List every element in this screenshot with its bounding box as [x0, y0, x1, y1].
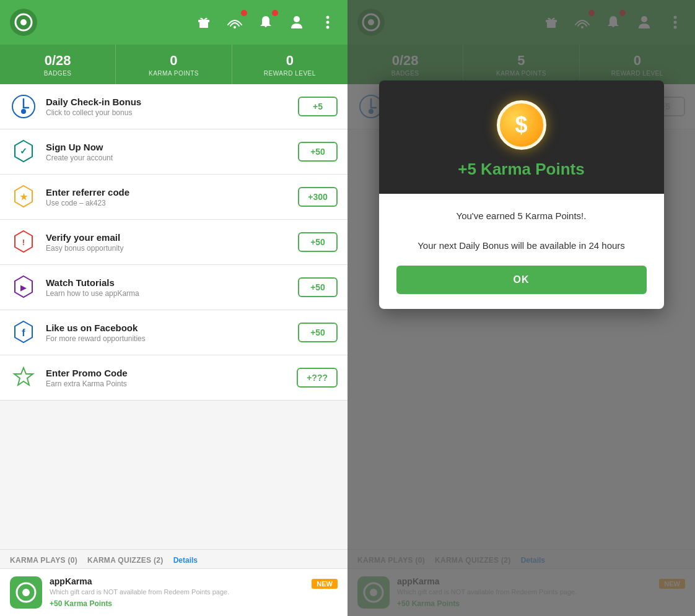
sign-up-text: Sign Up Now Create your account — [46, 142, 289, 162]
svg-point-6 — [294, 16, 300, 22]
left-quiz-sub: Which gift card is NOT available from Re… — [50, 588, 304, 597]
left-badges-label: BADGES — [44, 70, 72, 77]
modal-ok-button[interactable]: OK — [396, 266, 647, 294]
facebook-title: Like us on Facebook — [46, 323, 289, 333]
sign-up-sub: Create your account — [46, 154, 289, 162]
task-facebook: f Like us on Facebook For more reward op… — [0, 310, 348, 355]
left-karma-label: KARMA POINTS — [149, 70, 199, 77]
daily-checkin-sub: Click to collect your bonus — [46, 108, 289, 117]
task-referrer-code: ★ Enter referrer code Use code – ak423 +… — [0, 175, 348, 220]
facebook-text: Like us on Facebook For more reward oppo… — [46, 323, 289, 343]
promo-code-text: Enter Promo Code Earn extra Karma Points — [46, 368, 288, 388]
facebook-btn[interactable]: +50 — [298, 323, 338, 342]
left-karma-plays: KARMA PLAYS (0) — [10, 556, 77, 565]
left-stat-reward: 0 REWARD LEVEL — [232, 45, 348, 84]
left-panel: 0/28 BADGES 0 KARMA POINTS 0 REWARD LEVE… — [0, 0, 348, 616]
watch-tutorials-icon: ▶ — [10, 274, 37, 301]
referrer-code-icon: ★ — [10, 183, 37, 210]
sign-up-icon: ✓ — [10, 138, 37, 165]
coin-symbol: $ — [515, 112, 527, 138]
watch-tutorials-btn[interactable]: +50 — [298, 277, 338, 297]
signal-badge-left — [241, 10, 247, 16]
bell-badge-left — [272, 10, 278, 16]
gift-icon-left[interactable] — [194, 12, 214, 32]
left-quiz-title: appKarma — [50, 576, 304, 586]
karma-modal: $ +5 Karma Points You've earned 5 Karma … — [379, 80, 664, 309]
task-sign-up: ✓ Sign Up Now Create your account +50 — [0, 129, 348, 175]
watch-tutorials-title: Watch Tutorials — [46, 277, 289, 288]
svg-point-1 — [20, 19, 27, 25]
referrer-code-text: Enter referrer code Use code – ak423 — [46, 187, 289, 207]
left-quiz-app-icon — [10, 576, 42, 609]
person-icon-left[interactable] — [287, 12, 307, 32]
left-header — [0, 0, 348, 45]
svg-text:!: ! — [22, 238, 25, 247]
left-karma-quizzes: KARMA QUIZZES (2) — [87, 556, 164, 565]
task-promo-code: Enter Promo Code Earn extra Karma Points… — [0, 355, 348, 401]
verify-email-title: Verify your email — [46, 232, 289, 243]
modal-message: You've earned 5 Karma Points!. Your next… — [396, 209, 647, 253]
coin-icon: $ — [497, 100, 546, 150]
promo-code-sub: Earn extra Karma Points — [46, 380, 288, 388]
svg-rect-4 — [203, 20, 204, 28]
task-daily-checkin: Daily Check-in Bonus Click to collect yo… — [0, 84, 348, 129]
left-stat-badges: 0/28 BADGES — [0, 45, 116, 84]
sign-up-title: Sign Up Now — [46, 142, 289, 152]
facebook-icon: f — [10, 319, 37, 346]
right-panel: 0/28 BADGES 5 KARMA POINTS 0 REWARD LEVE… — [348, 0, 695, 616]
sign-up-btn[interactable]: +50 — [298, 142, 338, 162]
svg-text:✓: ✓ — [20, 146, 27, 156]
left-new-badge: NEW — [312, 579, 338, 589]
facebook-sub: For more reward opportunities — [46, 334, 289, 343]
daily-checkin-icon — [10, 93, 37, 120]
promo-code-icon — [10, 364, 37, 391]
bell-icon-left[interactable] — [256, 12, 276, 32]
svg-point-18 — [22, 589, 30, 596]
left-stats-bar: 0/28 BADGES 0 KARMA POINTS 0 REWARD LEVE… — [0, 45, 348, 84]
svg-point-8 — [326, 21, 330, 24]
svg-point-11 — [21, 109, 26, 114]
modal-karma-label: +5 Karma Points — [458, 160, 584, 179]
watch-tutorials-sub: Learn how to use appKarma — [46, 289, 289, 298]
svg-text:★: ★ — [20, 192, 28, 202]
left-reward-label: REWARD LEVEL — [264, 70, 316, 77]
referrer-code-title: Enter referrer code — [46, 187, 289, 197]
task-verify-email: ! Verify your email Easy bonus opportuni… — [0, 220, 348, 265]
modal-message-line1: You've earned 5 Karma Points!. — [457, 210, 587, 221]
modal-message-line2: Your next Daily Bonus will be available … — [417, 240, 625, 251]
modal-overlay: $ +5 Karma Points You've earned 5 Karma … — [348, 0, 695, 616]
daily-checkin-btn[interactable]: +5 — [298, 97, 338, 116]
modal-bottom-section: You've earned 5 Karma Points!. Your next… — [379, 194, 664, 309]
modal-top-section: $ +5 Karma Points — [379, 80, 664, 194]
verify-email-text: Verify your email Easy bonus opportunity — [46, 232, 289, 253]
referrer-code-sub: Use code – ak423 — [46, 199, 289, 207]
promo-code-title: Enter Promo Code — [46, 368, 288, 378]
left-stat-karma: 0 KARMA POINTS — [116, 45, 232, 84]
left-details-link[interactable]: Details — [173, 556, 198, 565]
verify-email-btn[interactable]: +50 — [298, 232, 338, 252]
left-nav-icons — [194, 12, 338, 32]
more-icon-left[interactable] — [318, 12, 338, 32]
signal-icon-left[interactable] — [225, 12, 245, 32]
daily-checkin-text: Daily Check-in Bonus Click to collect yo… — [46, 97, 289, 117]
left-quiz-card: appKarma Which gift card is NOT availabl… — [0, 568, 348, 616]
verify-email-sub: Easy bonus opportunity — [46, 244, 289, 253]
svg-point-5 — [234, 26, 236, 28]
verify-email-icon: ! — [10, 228, 37, 256]
left-quiz-points: +50 Karma Points — [50, 599, 304, 608]
svg-point-9 — [326, 26, 330, 29]
watch-tutorials-text: Watch Tutorials Learn how to use appKarm… — [46, 277, 289, 298]
svg-text:▶: ▶ — [20, 283, 27, 292]
left-karma-value: 0 — [170, 53, 177, 69]
left-badges-value: 0/28 — [45, 53, 71, 69]
svg-text:f: f — [22, 328, 25, 338]
referrer-code-btn[interactable]: +300 — [298, 187, 338, 207]
daily-checkin-title: Daily Check-in Bonus — [46, 97, 289, 107]
svg-point-7 — [326, 16, 330, 19]
task-watch-tutorials: ▶ Watch Tutorials Learn how to use appKa… — [0, 265, 348, 310]
left-quiz-content: appKarma Which gift card is NOT availabl… — [50, 576, 304, 608]
app-logo-left — [10, 9, 37, 36]
left-reward-value: 0 — [286, 53, 294, 69]
promo-code-btn[interactable]: +??? — [297, 368, 338, 388]
left-task-list: Daily Check-in Bonus Click to collect yo… — [0, 84, 348, 549]
